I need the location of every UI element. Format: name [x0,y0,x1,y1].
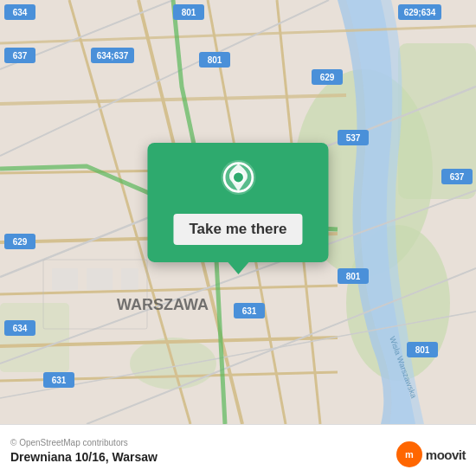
svg-text:801: 801 [182,8,196,17]
moovit-icon: m [396,441,422,467]
svg-point-62 [234,173,243,183]
svg-text:629: 629 [320,73,335,82]
svg-rect-57 [121,268,138,290]
location-pin-icon [216,160,260,203]
map-container: 634 637 634;637 801 801 629;634 629 537 … [0,0,476,424]
moovit-text: moovit [426,447,466,462]
svg-text:629: 629 [13,237,28,247]
svg-rect-5 [0,303,69,372]
svg-text:537: 537 [346,133,361,143]
moovit-logo: m moovit [396,441,466,467]
svg-text:634: 634 [13,8,28,17]
svg-text:631: 631 [52,376,67,385]
svg-text:634;637: 634;637 [97,51,129,61]
svg-text:637: 637 [13,51,28,61]
svg-text:634: 634 [13,324,28,333]
footer: © OpenStreetMap contributors Drewniana 1… [0,424,476,476]
svg-text:801: 801 [346,272,361,281]
svg-text:629;634: 629;634 [404,8,436,17]
svg-rect-56 [87,268,113,290]
svg-text:637: 637 [450,172,465,182]
take-me-there-button[interactable]: Take me there [173,214,302,245]
svg-rect-55 [52,268,78,290]
svg-text:631: 631 [242,306,257,316]
svg-text:801: 801 [208,55,222,65]
svg-text:801: 801 [415,345,430,355]
svg-text:WARSZAWA: WARSZAWA [117,296,209,313]
location-popup[interactable]: Take me there [147,143,328,262]
